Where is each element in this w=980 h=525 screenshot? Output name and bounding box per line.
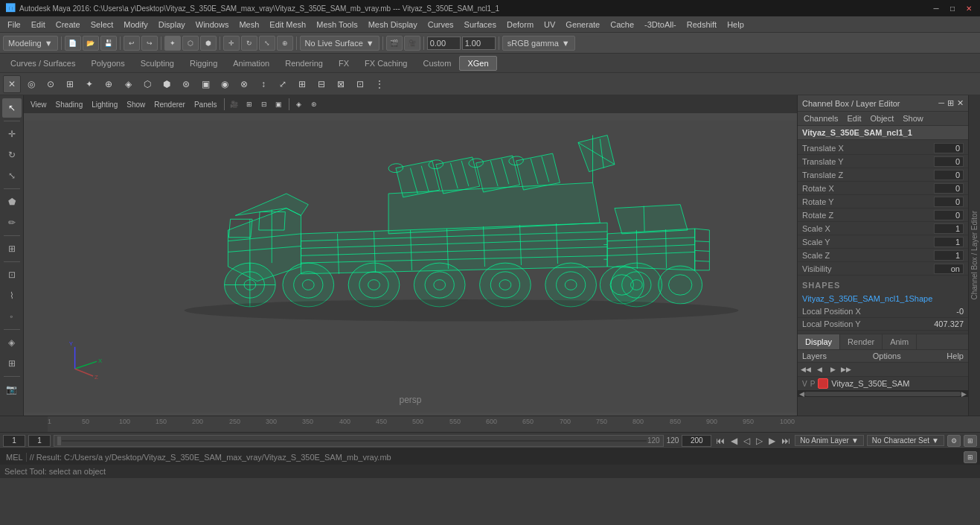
redo-button[interactable]: ↪ [141,36,158,51]
icon-btn-14[interactable]: ↕ [254,75,272,93]
icon-btn-9[interactable]: ⬢ [158,75,176,93]
char-set-dropdown[interactable]: No Character Set ▼ [867,435,944,446]
play-forward-btn[interactable]: ▷ [755,436,764,446]
scale-tool[interactable]: ⤡ [259,36,275,51]
play-back-btn[interactable]: ◁ [742,436,752,446]
value1-input[interactable] [427,36,461,50]
menu-edit-mesh[interactable]: Edit Mesh [265,19,310,31]
tab-rendering[interactable]: Rendering [278,57,330,70]
show-menu[interactable]: Show [900,113,926,124]
icon-btn-16[interactable]: ⊞ [293,75,311,93]
frame-slider-container[interactable]: 120 [54,435,664,447]
rotate-tool-btn[interactable]: ↻ [2,145,22,165]
menu-3dto[interactable]: -3DtoAll- [640,19,681,31]
menu-redshift[interactable]: Redshift [682,19,721,31]
show-manip-btn[interactable]: ⊞ [2,239,22,258]
menu-help[interactable]: Help [723,19,749,31]
tab-fx[interactable]: FX [331,57,356,70]
menu-select[interactable]: Select [86,19,118,31]
vp-panels-menu[interactable]: Panels [190,100,221,109]
icon-btn-8[interactable]: ⬡ [138,75,156,93]
icon-btn-17[interactable]: ⊟ [313,75,330,93]
isolate-select-btn[interactable]: ◈ [2,333,22,352]
undo-button[interactable]: ↩ [124,36,140,51]
render-settings-btn[interactable]: 🎬 [386,36,403,51]
icon-btn-20[interactable]: ⋮ [371,75,388,93]
anim-extra-btn[interactable]: ⊞ [964,435,977,447]
object-menu[interactable]: Object [867,113,897,124]
channel-translate-x[interactable]: Translate X 0 [798,141,968,155]
universal-tool[interactable]: ⊕ [277,36,293,51]
menu-surfaces[interactable]: Surfaces [460,19,501,31]
menu-mesh-tools[interactable]: Mesh Tools [312,19,362,31]
select-tool[interactable]: ✦ [164,36,181,51]
icon-btn-7[interactable]: ◈ [119,75,137,93]
icon-btn-18[interactable]: ⊠ [332,75,350,93]
vp-icon3[interactable]: ⊟ [257,98,271,111]
vp-icon1[interactable]: 🎥 [228,98,241,111]
maximize-button[interactable]: □ [947,3,958,13]
camera-btn[interactable]: 📷 [2,380,22,399]
layer-nav-rightright[interactable]: ▶▶ [841,364,851,375]
layers-menu[interactable]: Layers [802,351,827,360]
frame-slider-thumb[interactable] [57,436,61,445]
frame-all-btn[interactable]: ⊞ [2,354,22,373]
paint-select-tool[interactable]: ⬢ [200,36,217,51]
icon-btn-1[interactable]: ✕ [3,75,21,93]
vp-icon4[interactable]: ▣ [272,98,286,111]
vp-shading-menu[interactable]: Shading [52,100,87,109]
menu-file[interactable]: File [3,19,25,31]
channel-box-minimize[interactable]: ─ [938,98,944,108]
start-frame-input[interactable] [3,435,25,447]
display-tab-anim[interactable]: Anim [883,334,917,349]
move-tool-btn[interactable]: ✛ [2,124,22,144]
attribute-editor-tab[interactable]: Channel Box / Layer Editor [968,95,980,416]
layer-row[interactable]: V P Vityaz_S_350E_SAM [798,377,968,391]
play-end-btn[interactable]: ⏭ [780,436,792,446]
right-scrollbar[interactable]: ◀ ▶ [798,391,968,397]
new-scene-button[interactable]: 📄 [65,36,81,51]
display-tab-render[interactable]: Render [840,334,883,349]
layers-options[interactable]: Options [873,351,901,360]
end-frame-input[interactable] [682,435,711,447]
icon-btn-6[interactable]: ⊕ [100,75,118,93]
anim-settings-btn[interactable]: ⚙ [947,435,961,447]
step-back-btn[interactable]: ◀ [729,436,739,446]
channels-menu[interactable]: Channels [801,113,841,124]
icon-btn-11[interactable]: ▣ [196,75,214,93]
layer-nav-right[interactable]: ▶ [827,364,838,375]
rotate-tool[interactable]: ↻ [241,36,257,51]
menu-deform[interactable]: Deform [502,19,538,31]
menu-mesh-display[interactable]: Mesh Display [364,19,422,31]
vp-wire-icon[interactable]: ⊛ [307,98,321,111]
value2-input[interactable] [462,36,496,50]
select-tool-btn[interactable]: ↖ [2,98,22,118]
scroll-track[interactable] [804,392,961,396]
soft-select-btn[interactable]: ⬟ [2,192,22,211]
snap-grid-btn[interactable]: ⊡ [2,265,22,284]
edit-menu[interactable]: Edit [844,113,864,124]
menu-generate[interactable]: Generate [561,19,604,31]
vp-renderer-menu[interactable]: Renderer [150,100,189,109]
icon-btn-2[interactable]: ◎ [22,75,40,93]
scale-tool-btn[interactable]: ⤡ [2,166,22,185]
channel-rotate-y[interactable]: Rotate Y 0 [798,195,968,209]
ipr-render-btn[interactable]: 🎥 [404,36,420,51]
icon-btn-15[interactable]: ⤢ [274,75,292,93]
tab-polygons[interactable]: Polygons [83,57,132,70]
icon-btn-19[interactable]: ⊡ [351,75,369,93]
tab-rigging[interactable]: Rigging [182,57,225,70]
tab-fx-caching[interactable]: FX Caching [357,57,414,70]
icon-btn-4[interactable]: ⊞ [61,75,79,93]
icon-btn-3[interactable]: ⊙ [42,75,60,93]
lasso-tool[interactable]: ⬡ [182,36,199,51]
channel-translate-z[interactable]: Translate Z 0 [798,168,968,182]
play-beginning-btn[interactable]: ⏮ [714,436,726,446]
menu-create[interactable]: Create [51,19,85,31]
vp-shading-icon[interactable]: ◈ [292,98,306,111]
tab-xgen[interactable]: XGen [459,56,496,71]
channel-box-close[interactable]: ✕ [957,98,964,108]
channel-visibility[interactable]: Visibility on [798,262,968,276]
icon-btn-5[interactable]: ✦ [80,75,98,93]
channel-rotate-z[interactable]: Rotate Z 0 [798,209,968,222]
